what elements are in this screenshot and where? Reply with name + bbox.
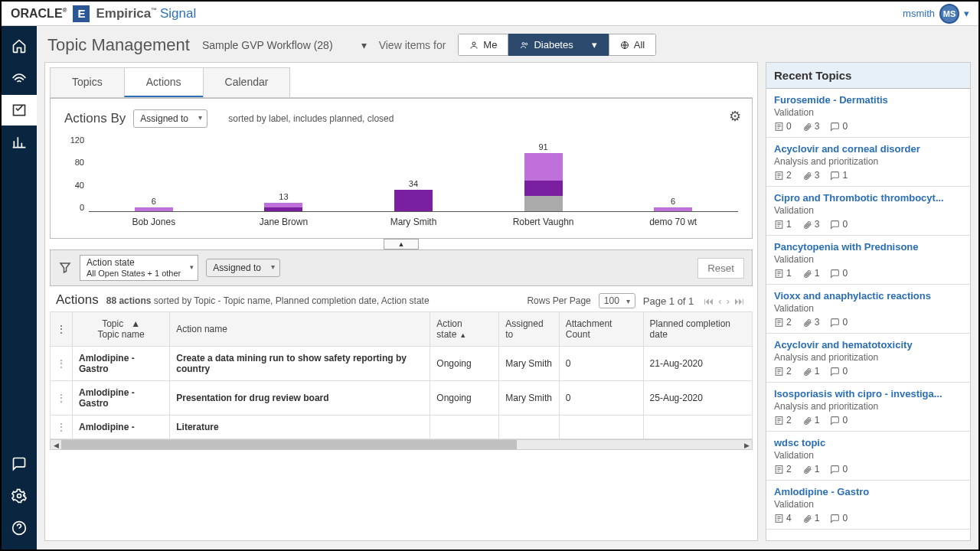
row-menu-icon[interactable]: ⋮	[51, 416, 73, 439]
cell-date	[643, 416, 752, 439]
table-row[interactable]: ⋮ Amlodipine - Gastro Create a data mini…	[51, 347, 753, 381]
recent-topic-item[interactable]: Amlodipine - Gastro Validation 410	[766, 481, 970, 530]
user-avatar: MS	[939, 4, 959, 24]
recent-topic-item[interactable]: wdsc topic Validation 210	[766, 432, 970, 481]
chart-note: sorted by label, includes planned, close…	[228, 113, 394, 124]
recent-topic-name: Vioxx and anaphylactic reactions	[774, 290, 962, 302]
recent-topic-item[interactable]: Pancytopenia with Prednisone Validation …	[766, 236, 970, 285]
actions-subtitle: 88 actions sorted by Topic - Topic name,…	[106, 295, 430, 306]
cell-topic: Amlodipine -	[73, 416, 170, 439]
topic-icon[interactable]	[2, 95, 37, 126]
col-topic[interactable]: Topic ▲Topic name	[73, 312, 170, 347]
cell-attach	[559, 416, 643, 439]
cell-date: 21-Aug-2020	[643, 347, 752, 381]
recent-topic-counts: 130	[774, 219, 962, 230]
cell-date: 25-Aug-2020	[643, 381, 752, 416]
col-action-state[interactable]: Action state▲	[430, 312, 499, 347]
recent-topics-panel: Recent Topics Furosemide - Dermatitis Va…	[766, 62, 971, 541]
tab-calendar[interactable]: Calendar	[203, 67, 291, 97]
view-workgroup-button[interactable]: Diabetes ▾	[508, 34, 608, 56]
cell-topic: Amlodipine - Gastro	[73, 347, 170, 381]
svg-point-1	[18, 494, 21, 498]
actions-table: ⋮ Topic ▲Topic name Action name Action s…	[50, 311, 753, 439]
recent-topic-name: Amlodipine - Gastro	[774, 486, 962, 497]
brand: ORACLE® E Empirica™ Signal	[11, 5, 196, 22]
cell-attach: 0	[559, 381, 643, 416]
recent-topic-status: Analysis and prioritization	[774, 352, 962, 363]
rows-per-page-select[interactable]: 100	[599, 293, 635, 308]
recent-topic-status: Validation	[774, 107, 962, 118]
cell-assignee: Mary Smith	[499, 381, 560, 416]
cell-state	[430, 416, 499, 439]
recent-topic-counts: 410	[774, 513, 962, 523]
recent-topic-counts: 110	[774, 268, 962, 279]
help-icon[interactable]	[2, 513, 37, 543]
row-menu-icon[interactable]: ⋮	[51, 347, 73, 381]
page-info: Page 1 of 1	[643, 295, 694, 307]
col-action-name[interactable]: Action name	[170, 312, 430, 347]
chevron-down-icon: ▾	[964, 8, 969, 19]
chart-expand-handle[interactable]: ▲	[50, 237, 753, 249]
recent-topic-item[interactable]: Cipro and Thrombotic thrombocyt... Valid…	[766, 187, 970, 236]
user-menu[interactable]: msmith MS ▾	[903, 4, 969, 24]
reset-button[interactable]: Reset	[697, 258, 744, 279]
signal-icon[interactable]	[2, 63, 37, 93]
recent-topic-counts: 210	[774, 415, 962, 425]
pagination[interactable]: ⏮‹›⏭	[701, 295, 746, 307]
empirica-label: Empirica™ Signal	[96, 6, 196, 21]
home-icon[interactable]	[2, 31, 37, 61]
cell-action-name: Presentation for drug review board	[170, 381, 430, 416]
chart-settings-icon[interactable]: ⚙	[729, 108, 741, 125]
chart-panel: ⚙ Actions By Assigned to sorted by label…	[50, 98, 753, 239]
view-items-label: View items for	[379, 39, 446, 51]
chart-title: Actions By	[64, 111, 126, 126]
recent-topic-name: Cipro and Thrombotic thrombocyt...	[774, 192, 962, 204]
col-assigned-to[interactable]: Assigned to	[499, 312, 560, 347]
col-menu[interactable]: ⋮	[51, 312, 73, 347]
chart-xaxis: Bob Jones Jane Brown Mary Smith Robert V…	[89, 217, 738, 227]
recent-topic-item[interactable]: Acyclovir and hematotoxicity Analysis an…	[766, 334, 970, 383]
top-bar: ORACLE® E Empirica™ Signal msmith MS ▾	[2, 2, 978, 26]
filter-action-state[interactable]: Action state All Open States + 1 other	[80, 255, 198, 281]
table-hscroll[interactable]: ◀▶	[50, 439, 753, 450]
oracle-logo: ORACLE®	[11, 7, 67, 21]
recent-topic-counts: 231	[774, 170, 962, 181]
col-attachment[interactable]: Attachment Count	[559, 312, 643, 347]
view-all-button[interactable]: All	[609, 34, 656, 56]
filter-icon[interactable]	[58, 261, 72, 275]
recent-topic-status: Validation	[774, 303, 962, 314]
recent-topic-status: Validation	[774, 450, 962, 461]
sidebar	[2, 26, 37, 549]
recent-topic-item[interactable]: Isosporiasis with cipro - investiga... A…	[766, 383, 970, 432]
feedback-icon[interactable]	[2, 448, 37, 479]
recent-topic-item[interactable]: Acyclovir and corneal disorder Analysis …	[766, 138, 970, 187]
recent-topic-name: Isosporiasis with cipro - investiga...	[774, 388, 962, 399]
table-row[interactable]: ⋮ Amlodipine - Literature	[51, 416, 753, 439]
recent-topic-counts: 210	[774, 464, 962, 474]
svg-point-4	[522, 42, 524, 44]
cell-assignee: Mary Smith	[499, 347, 560, 381]
recent-topic-name: Acyclovir and hematotoxicity	[774, 339, 962, 350]
workflow-select[interactable]: Sample GVP Workflow (28) ▾	[202, 39, 367, 51]
chart-yaxis: 12080400	[64, 135, 84, 212]
cell-attach: 0	[559, 347, 643, 381]
settings-icon[interactable]	[2, 481, 37, 511]
tab-actions[interactable]: Actions	[124, 67, 204, 97]
recent-topic-status: Validation	[774, 205, 962, 216]
svg-point-3	[472, 42, 475, 45]
cell-topic: Amlodipine - Gastro	[73, 381, 170, 416]
view-me-button[interactable]: Me	[458, 34, 508, 56]
recent-topic-counts: 030	[774, 121, 962, 132]
filter-assigned-to[interactable]: Assigned to	[206, 259, 280, 277]
col-planned[interactable]: Planned completion date	[643, 312, 752, 347]
recent-topic-item[interactable]: Vioxx and anaphylactic reactions Validat…	[766, 285, 970, 334]
analytics-icon[interactable]	[2, 127, 37, 158]
cell-action-name: Create a data mining run to show safety …	[170, 347, 430, 381]
row-menu-icon[interactable]: ⋮	[51, 381, 73, 416]
table-row[interactable]: ⋮ Amlodipine - Gastro Presentation for d…	[51, 381, 753, 416]
tab-topics[interactable]: Topics	[50, 67, 125, 97]
recent-topic-status: Analysis and prioritization	[774, 156, 962, 167]
recent-topic-name: wdsc topic	[774, 437, 962, 448]
recent-topic-item[interactable]: Furosemide - Dermatitis Validation 030	[766, 89, 970, 138]
chart-groupby-select[interactable]: Assigned to	[133, 109, 207, 128]
